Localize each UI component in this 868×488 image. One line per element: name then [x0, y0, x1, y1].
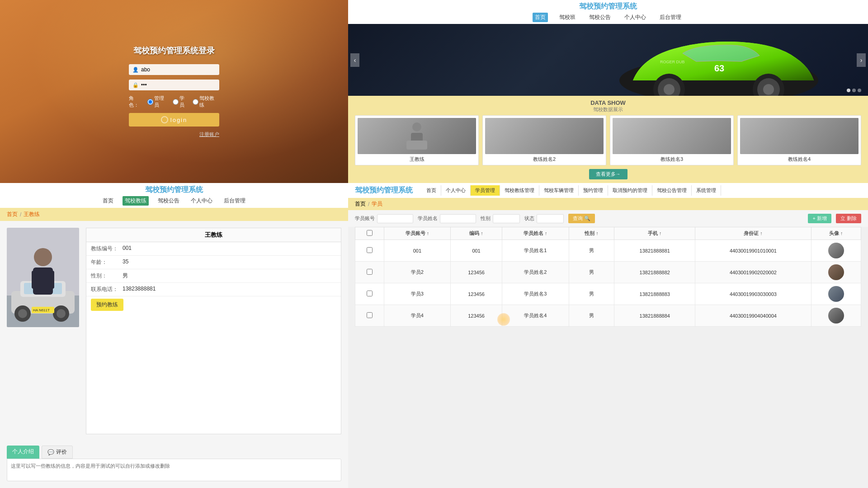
home-nav-admin[interactable]: 后台管理 — [657, 13, 684, 22]
search-group-account: 学员账号 — [355, 214, 413, 223]
svg-text:63: 63 — [714, 63, 724, 73]
banner-dot-1[interactable] — [852, 89, 856, 92]
row-account-1: 001 — [384, 240, 451, 262]
home-nav-profile[interactable]: 个人中心 — [622, 13, 648, 22]
row-avatar-4 — [811, 305, 861, 327]
password-input[interactable] — [141, 82, 216, 88]
instructor-field-age: 年龄： 35 — [86, 256, 341, 269]
instructor-nav-profile[interactable]: 个人中心 — [189, 196, 215, 206]
search-button[interactable]: 查询 🔍 — [568, 214, 595, 223]
row-phone-4: 13821888884 — [614, 305, 695, 327]
instructor-label-gender: 性别： — [91, 272, 123, 280]
row-name-3: 学员姓名3 — [502, 283, 569, 305]
instructor-nav-admin[interactable]: 后台管理 — [222, 196, 248, 206]
more-button[interactable]: 查看更多→ — [589, 169, 627, 179]
admin-nav-system[interactable]: 系统管理 — [692, 185, 721, 196]
search-input-gender[interactable] — [493, 214, 520, 223]
showcase-card-name-3: 教练姓名3 — [613, 156, 731, 163]
instructor-info-card: 王教练 教练编号： 001 年龄： 35 性别： 男 联系电话： 1382388… — [86, 228, 341, 434]
book-button[interactable]: 预约教练 — [91, 299, 123, 311]
instructor-sys-title: 驾校预约管理系统 — [145, 185, 203, 195]
row-code-3: 123456 — [451, 283, 502, 305]
row-select-2[interactable] — [367, 269, 373, 275]
showcase-card-4[interactable]: 教练姓名4 — [737, 115, 861, 165]
role-coach[interactable]: 驾校教练 — [193, 95, 219, 108]
row-idcard-3: 44030019903030003 — [695, 283, 811, 305]
instructor-value-phone: 13823888881 — [123, 286, 156, 293]
search-group-name: 学员姓名 — [418, 214, 476, 223]
username-input[interactable] — [141, 66, 216, 73]
row-gender-4: 男 — [569, 305, 614, 327]
admin-nav-profile[interactable]: 个人中心 — [441, 185, 471, 196]
col-idcard: 身份证 ↑ — [695, 227, 811, 240]
table-row: 001 001 学员姓名1 男 13821888881 440300199010… — [355, 240, 861, 262]
instructor-nav-coaches[interactable]: 驾校教练 — [123, 196, 149, 206]
admin-breadcrumb: 首页 / 学员 — [348, 198, 868, 210]
admin-nav-cancellations[interactable]: 取消预约的管理 — [608, 185, 652, 196]
search-label-name: 学员姓名 — [418, 215, 438, 222]
home-showcase-header: DATA SHOW 驾校数据展示 — [355, 99, 861, 113]
table-row: 学员4 123456 学员姓名4 男 13821888884 440300199… — [355, 305, 861, 327]
spinner-icon — [161, 116, 168, 123]
delete-button[interactable]: 立 删除 — [836, 214, 861, 223]
admin-panel: 驾校预约管理系统 首页 个人中心 学员管理 驾校教练管理 驾校车辆管理 预约管理… — [348, 183, 868, 488]
row-gender-2: 男 — [569, 262, 614, 283]
search-input-name[interactable] — [440, 214, 476, 223]
admin-nav-announcements[interactable]: 驾校公告管理 — [652, 185, 692, 196]
home-nav-home[interactable]: 首页 — [533, 13, 548, 22]
row-select-4[interactable] — [367, 312, 373, 318]
lock-icon: 🔒 — [132, 82, 139, 88]
showcase-card-2[interactable]: 教练姓名2 — [482, 115, 606, 165]
banner-next-button[interactable]: › — [857, 53, 866, 67]
admin-nav-bookings[interactable]: 预约管理 — [579, 185, 608, 196]
admin-breadcrumb-home[interactable]: 首页 — [355, 200, 366, 208]
register-link[interactable]: 注册账户 — [129, 131, 219, 138]
banner-dot-active[interactable] — [847, 89, 850, 92]
row-name-4: 学员姓名4 — [502, 305, 569, 327]
home-nav-announce[interactable]: 驾校公告 — [587, 13, 613, 22]
row-select-1[interactable] — [367, 247, 373, 253]
row-account-3: 学员3 — [384, 283, 451, 305]
breadcrumb-home[interactable]: 首页 — [7, 211, 18, 218]
instructor-tabs: 个人介绍 💬 评价 — [0, 441, 348, 459]
showcase-card-1[interactable]: 王教练 — [355, 115, 479, 165]
add-button[interactable]: + 新增 — [808, 214, 831, 223]
admin-table-wrap: 学员账号 ↑ 编码 ↑ 学员姓名 ↑ 性别 ↑ 手机 ↑ 身份证 ↑ 头像 ↑ … — [348, 227, 868, 488]
instructor-nav-announce[interactable]: 驾校公告 — [156, 196, 182, 206]
home-nav-classes[interactable]: 驾校班 — [557, 13, 578, 22]
admin-nav-home[interactable]: 首页 — [422, 185, 441, 196]
instructor-breadcrumb: 首页 / 王教练 — [0, 208, 348, 221]
avatar-3 — [828, 286, 844, 302]
avatar-1 — [828, 243, 844, 258]
search-group-status: 状态 — [524, 214, 564, 223]
password-input-wrap: 🔒 — [129, 80, 219, 90]
search-input-status[interactable] — [537, 214, 564, 223]
banner-dot-2[interactable] — [858, 89, 861, 92]
login-button[interactable]: login — [129, 113, 219, 127]
admin-nav-vehicles[interactable]: 驾校车辆管理 — [539, 185, 579, 196]
admin-nav-students[interactable]: 学员管理 — [471, 185, 500, 196]
showcase-card-name-4: 教练姓名4 — [740, 156, 859, 163]
breadcrumb-sep: / — [20, 211, 21, 218]
row-phone-1: 13821888881 — [614, 240, 695, 262]
banner-prev-button[interactable]: ‹ — [350, 53, 359, 67]
tab-intro[interactable]: 个人介绍 — [7, 446, 39, 459]
row-select-3[interactable] — [367, 291, 373, 296]
img-bg-2 — [485, 118, 604, 154]
col-account: 学员账号 ↑ — [384, 227, 451, 240]
admin-nav-coaches[interactable]: 驾校教练管理 — [500, 185, 539, 196]
tab-review[interactable]: 💬 评价 — [42, 446, 73, 459]
showcase-card-3[interactable]: 教练姓名3 — [610, 115, 734, 165]
home-showcase-cards: 王教练 教练姓名2 教练姓名3 — [355, 115, 861, 165]
col-name: 学员姓名 ↑ — [502, 227, 569, 240]
row-code-1: 001 — [451, 240, 502, 262]
select-all-checkbox[interactable] — [367, 230, 373, 236]
home-panel: 驾校预约管理系统 首页 驾校班 驾校公告 个人中心 后台管理 — [348, 0, 868, 183]
admin-breadcrumb-sep: / — [368, 201, 369, 207]
svg-point-6 — [763, 84, 774, 95]
role-student[interactable]: 学员 — [173, 95, 189, 108]
search-input-account[interactable] — [377, 214, 413, 223]
instructor-nav-home[interactable]: 首页 — [100, 196, 116, 206]
admin-breadcrumb-current: 学员 — [372, 200, 382, 208]
role-admin[interactable]: 管理员 — [147, 95, 169, 108]
